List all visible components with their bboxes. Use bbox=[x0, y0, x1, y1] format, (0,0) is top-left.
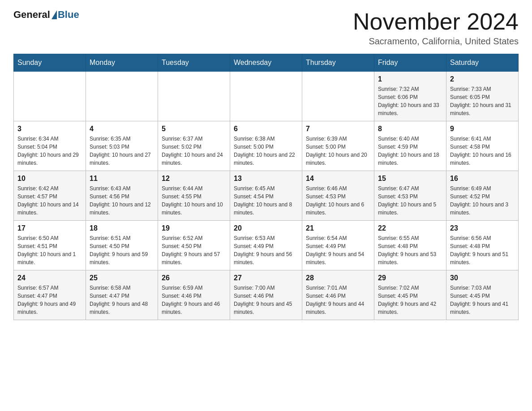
logo: General Blue bbox=[13, 9, 79, 21]
day-info: Sunrise: 7:32 AM Sunset: 6:06 PM Dayligh… bbox=[378, 85, 442, 117]
calendar-cell: 17Sunrise: 6:50 AM Sunset: 4:51 PM Dayli… bbox=[14, 221, 86, 270]
day-number: 5 bbox=[162, 125, 226, 133]
calendar-cell: 9Sunrise: 6:41 AM Sunset: 4:58 PM Daylig… bbox=[446, 121, 519, 171]
day-info: Sunrise: 6:57 AM Sunset: 4:47 PM Dayligh… bbox=[17, 284, 82, 316]
day-info: Sunrise: 6:49 AM Sunset: 4:52 PM Dayligh… bbox=[450, 184, 515, 217]
day-info: Sunrise: 6:40 AM Sunset: 4:59 PM Dayligh… bbox=[378, 135, 442, 167]
day-info: Sunrise: 6:43 AM Sunset: 4:56 PM Dayligh… bbox=[90, 184, 154, 217]
title-section: November 2024 Sacramento, California, Un… bbox=[353, 9, 519, 47]
calendar-cell: 22Sunrise: 6:55 AM Sunset: 4:48 PM Dayli… bbox=[374, 221, 446, 270]
calendar-cell: 25Sunrise: 6:58 AM Sunset: 4:47 PM Dayli… bbox=[86, 270, 158, 320]
day-header-saturday: Saturday bbox=[446, 54, 519, 72]
calendar-cell: 15Sunrise: 6:47 AM Sunset: 4:53 PM Dayli… bbox=[374, 171, 446, 221]
day-info: Sunrise: 7:02 AM Sunset: 4:45 PM Dayligh… bbox=[378, 284, 442, 316]
logo-triangle-icon bbox=[51, 10, 57, 19]
location-subtitle: Sacramento, California, United States bbox=[353, 36, 519, 47]
calendar-cell: 1Sunrise: 7:32 AM Sunset: 6:06 PM Daylig… bbox=[374, 72, 446, 121]
day-info: Sunrise: 6:46 AM Sunset: 4:53 PM Dayligh… bbox=[306, 184, 370, 217]
day-info: Sunrise: 6:42 AM Sunset: 4:57 PM Dayligh… bbox=[17, 184, 82, 217]
day-number: 25 bbox=[90, 274, 154, 282]
calendar-cell: 24Sunrise: 6:57 AM Sunset: 4:47 PM Dayli… bbox=[14, 270, 86, 320]
day-number: 4 bbox=[90, 125, 154, 133]
day-header-friday: Friday bbox=[374, 54, 446, 72]
day-info: Sunrise: 6:55 AM Sunset: 4:48 PM Dayligh… bbox=[378, 234, 442, 266]
month-title: November 2024 bbox=[353, 9, 519, 34]
day-info: Sunrise: 7:33 AM Sunset: 6:05 PM Dayligh… bbox=[450, 85, 515, 117]
calendar-cell: 6Sunrise: 6:38 AM Sunset: 5:00 PM Daylig… bbox=[230, 121, 302, 171]
day-number: 8 bbox=[378, 125, 442, 133]
day-info: Sunrise: 6:38 AM Sunset: 5:00 PM Dayligh… bbox=[234, 135, 298, 167]
day-header-thursday: Thursday bbox=[302, 54, 374, 72]
day-number: 16 bbox=[450, 175, 515, 183]
calendar-cell: 20Sunrise: 6:53 AM Sunset: 4:49 PM Dayli… bbox=[230, 221, 302, 270]
calendar-cell bbox=[14, 72, 86, 121]
day-number: 24 bbox=[17, 274, 82, 282]
day-number: 22 bbox=[378, 224, 442, 232]
day-number: 27 bbox=[234, 274, 298, 282]
calendar-cell: 19Sunrise: 6:52 AM Sunset: 4:50 PM Dayli… bbox=[158, 221, 230, 270]
calendar-cell: 30Sunrise: 7:03 AM Sunset: 4:45 PM Dayli… bbox=[446, 270, 519, 320]
calendar-cell: 11Sunrise: 6:43 AM Sunset: 4:56 PM Dayli… bbox=[86, 171, 158, 221]
calendar-cell bbox=[158, 72, 230, 121]
calendar-table: SundayMondayTuesdayWednesdayThursdayFrid… bbox=[13, 54, 519, 320]
day-number: 30 bbox=[450, 274, 515, 282]
header-row: SundayMondayTuesdayWednesdayThursdayFrid… bbox=[14, 54, 519, 72]
day-number: 19 bbox=[162, 224, 226, 232]
calendar-cell: 2Sunrise: 7:33 AM Sunset: 6:05 PM Daylig… bbox=[446, 72, 519, 121]
day-number: 20 bbox=[234, 224, 298, 232]
calendar-cell: 27Sunrise: 7:00 AM Sunset: 4:46 PM Dayli… bbox=[230, 270, 302, 320]
calendar-cell: 21Sunrise: 6:54 AM Sunset: 4:49 PM Dayli… bbox=[302, 221, 374, 270]
calendar-cell: 3Sunrise: 6:34 AM Sunset: 5:04 PM Daylig… bbox=[14, 121, 86, 171]
day-info: Sunrise: 6:35 AM Sunset: 5:03 PM Dayligh… bbox=[90, 135, 154, 167]
day-number: 6 bbox=[234, 125, 298, 133]
day-info: Sunrise: 6:54 AM Sunset: 4:49 PM Dayligh… bbox=[306, 234, 370, 266]
day-info: Sunrise: 6:41 AM Sunset: 4:58 PM Dayligh… bbox=[450, 135, 515, 167]
day-info: Sunrise: 6:58 AM Sunset: 4:47 PM Dayligh… bbox=[90, 284, 154, 316]
day-number: 23 bbox=[450, 224, 515, 232]
week-row-4: 17Sunrise: 6:50 AM Sunset: 4:51 PM Dayli… bbox=[14, 221, 519, 270]
day-info: Sunrise: 7:01 AM Sunset: 4:46 PM Dayligh… bbox=[306, 284, 370, 316]
calendar-cell: 16Sunrise: 6:49 AM Sunset: 4:52 PM Dayli… bbox=[446, 171, 519, 221]
day-number: 21 bbox=[306, 224, 370, 232]
calendar-cell: 26Sunrise: 6:59 AM Sunset: 4:46 PM Dayli… bbox=[158, 270, 230, 320]
day-number: 3 bbox=[17, 125, 82, 133]
calendar-cell: 5Sunrise: 6:37 AM Sunset: 5:02 PM Daylig… bbox=[158, 121, 230, 171]
calendar-cell: 29Sunrise: 7:02 AM Sunset: 4:45 PM Dayli… bbox=[374, 270, 446, 320]
page-header: General Blue November 2024 Sacramento, C… bbox=[13, 9, 519, 47]
day-number: 10 bbox=[17, 175, 82, 183]
calendar-cell bbox=[230, 72, 302, 121]
calendar-cell: 13Sunrise: 6:45 AM Sunset: 4:54 PM Dayli… bbox=[230, 171, 302, 221]
day-info: Sunrise: 6:59 AM Sunset: 4:46 PM Dayligh… bbox=[162, 284, 226, 316]
day-header-tuesday: Tuesday bbox=[158, 54, 230, 72]
day-number: 14 bbox=[306, 175, 370, 183]
calendar-cell: 23Sunrise: 6:56 AM Sunset: 4:48 PM Dayli… bbox=[446, 221, 519, 270]
day-header-monday: Monday bbox=[86, 54, 158, 72]
day-info: Sunrise: 7:03 AM Sunset: 4:45 PM Dayligh… bbox=[450, 284, 515, 316]
calendar-cell bbox=[86, 72, 158, 121]
week-row-2: 3Sunrise: 6:34 AM Sunset: 5:04 PM Daylig… bbox=[14, 121, 519, 171]
day-info: Sunrise: 6:47 AM Sunset: 4:53 PM Dayligh… bbox=[378, 184, 442, 217]
day-number: 9 bbox=[450, 125, 515, 133]
calendar-cell: 4Sunrise: 6:35 AM Sunset: 5:03 PM Daylig… bbox=[86, 121, 158, 171]
day-info: Sunrise: 6:45 AM Sunset: 4:54 PM Dayligh… bbox=[234, 184, 298, 217]
day-info: Sunrise: 6:53 AM Sunset: 4:49 PM Dayligh… bbox=[234, 234, 298, 266]
day-number: 26 bbox=[162, 274, 226, 282]
day-number: 1 bbox=[378, 75, 442, 83]
day-info: Sunrise: 6:39 AM Sunset: 5:00 PM Dayligh… bbox=[306, 135, 370, 167]
week-row-3: 10Sunrise: 6:42 AM Sunset: 4:57 PM Dayli… bbox=[14, 171, 519, 221]
logo-blue-text: Blue bbox=[58, 9, 79, 21]
day-number: 28 bbox=[306, 274, 370, 282]
day-info: Sunrise: 6:52 AM Sunset: 4:50 PM Dayligh… bbox=[162, 234, 226, 266]
day-number: 18 bbox=[90, 224, 154, 232]
day-info: Sunrise: 6:44 AM Sunset: 4:55 PM Dayligh… bbox=[162, 184, 226, 217]
calendar-cell: 12Sunrise: 6:44 AM Sunset: 4:55 PM Dayli… bbox=[158, 171, 230, 221]
calendar-cell: 28Sunrise: 7:01 AM Sunset: 4:46 PM Dayli… bbox=[302, 270, 374, 320]
day-number: 29 bbox=[378, 274, 442, 282]
day-info: Sunrise: 6:34 AM Sunset: 5:04 PM Dayligh… bbox=[17, 135, 82, 167]
day-info: Sunrise: 6:51 AM Sunset: 4:50 PM Dayligh… bbox=[90, 234, 154, 266]
logo-general-text: General bbox=[13, 9, 50, 21]
day-number: 17 bbox=[17, 224, 82, 232]
day-header-wednesday: Wednesday bbox=[230, 54, 302, 72]
day-number: 13 bbox=[234, 175, 298, 183]
calendar-cell: 10Sunrise: 6:42 AM Sunset: 4:57 PM Dayli… bbox=[14, 171, 86, 221]
